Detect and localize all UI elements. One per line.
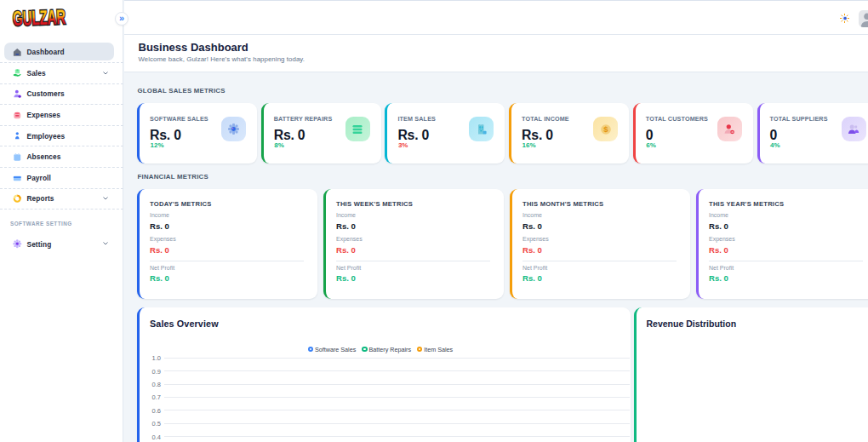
svg-text:GULZAR: GULZAR (13, 5, 66, 29)
svg-text:$: $ (603, 124, 608, 134)
